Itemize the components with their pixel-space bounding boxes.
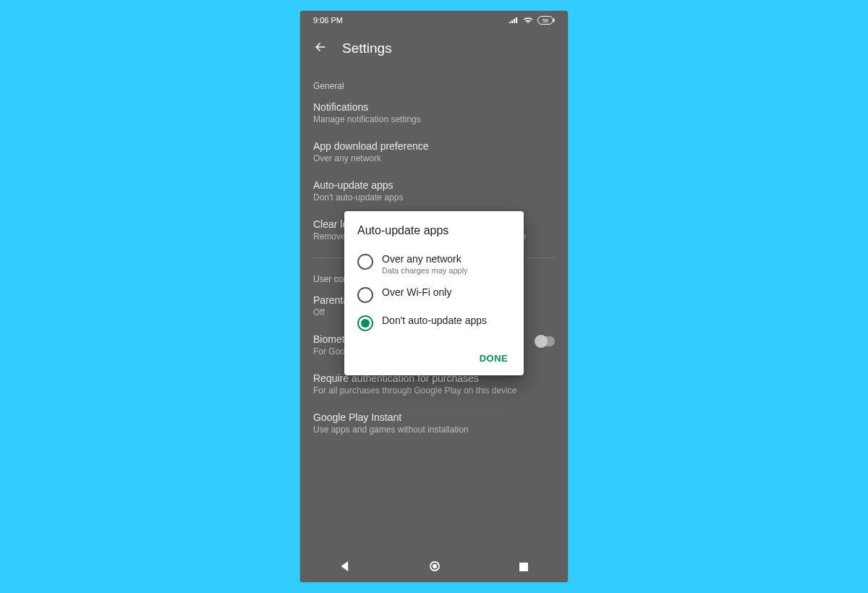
option-wifi-only[interactable]: Over Wi-Fi only (357, 281, 511, 309)
wifi-icon (523, 17, 533, 24)
nav-home-icon[interactable] (429, 560, 441, 575)
option-label: Over Wi-Fi only (382, 286, 451, 298)
nav-recents-icon[interactable] (519, 561, 528, 574)
item-subtitle: Over any network (313, 153, 555, 163)
option-label: Over any network (382, 253, 468, 265)
back-icon[interactable] (313, 40, 328, 56)
nav-back-icon[interactable] (340, 561, 350, 574)
item-title: Auto-update apps (313, 179, 555, 191)
toggle-off-icon[interactable] (535, 336, 555, 346)
battery-icon: 58 (537, 16, 555, 25)
item-subtitle: Manage notification settings (313, 114, 555, 124)
page-title: Settings (342, 40, 392, 56)
auto-update-dialog: Auto-update apps Over any network Data c… (344, 211, 524, 375)
option-over-any-network[interactable]: Over any network Data charges may apply (357, 247, 511, 281)
item-title: App download preference (313, 140, 555, 152)
status-bar: 9:06 PM 58 (300, 11, 568, 30)
item-play-instant[interactable]: Google Play Instant Use apps and games w… (313, 411, 555, 435)
system-nav-bar (300, 553, 568, 582)
svg-rect-4 (519, 563, 528, 571)
done-button[interactable]: DONE (477, 349, 511, 368)
app-bar: Settings (300, 30, 568, 68)
item-title: Notifications (313, 101, 555, 113)
radio-checked-icon (357, 315, 373, 331)
dialog-title: Auto-update apps (357, 224, 511, 237)
item-subtitle: For all purchases through Google Play on… (313, 385, 555, 396)
option-desc: Data charges may apply (382, 266, 468, 275)
dialog-actions: DONE (357, 349, 511, 368)
option-label: Don't auto-update apps (382, 315, 487, 326)
svg-point-3 (433, 564, 437, 568)
section-label-general: General (313, 81, 555, 91)
item-title: Google Play Instant (313, 411, 555, 423)
radio-unchecked-icon (357, 254, 373, 270)
status-icons: 58 (509, 16, 555, 25)
item-subtitle: Use apps and games without installation (313, 425, 555, 435)
radio-unchecked-icon (357, 287, 373, 303)
signal-icon (509, 17, 519, 24)
battery-pct: 58 (542, 18, 548, 23)
item-auto-update[interactable]: Auto-update apps Don't auto-update apps (313, 179, 555, 202)
option-dont-auto-update[interactable]: Don't auto-update apps (357, 309, 511, 337)
item-download-preference[interactable]: App download preference Over any network (313, 140, 555, 163)
svg-rect-1 (553, 19, 555, 22)
item-subtitle: Don't auto-update apps (313, 192, 555, 202)
item-notifications[interactable]: Notifications Manage notification settin… (313, 101, 555, 124)
status-time: 9:06 PM (313, 16, 343, 25)
item-require-auth[interactable]: Require authentication for purchases For… (313, 372, 555, 396)
stage: 9:06 PM 58 Settings (0, 0, 868, 593)
phone-frame: 9:06 PM 58 Settings (300, 11, 568, 582)
